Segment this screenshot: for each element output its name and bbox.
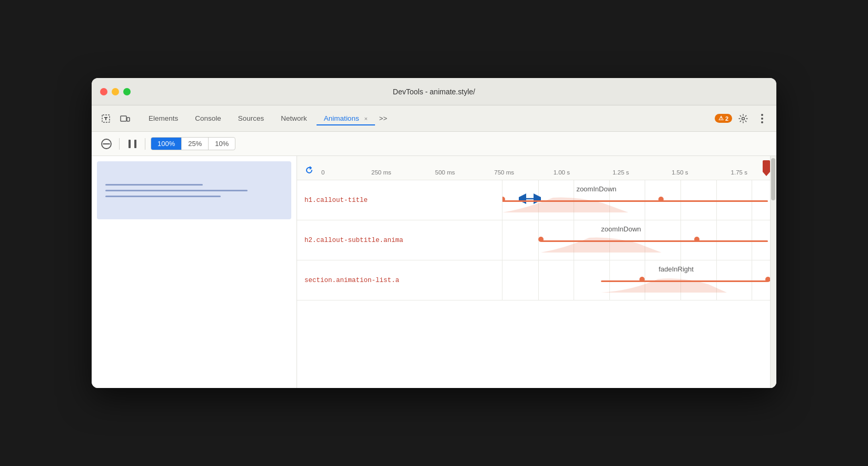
minimize-button[interactable] [112, 88, 119, 95]
tick-500: 500 ms [435, 169, 455, 176]
right-icons: ⚠ 2 [715, 111, 770, 127]
cursor-marker [763, 156, 770, 176]
anim-label-2: h2.callout-subtitle.anima [297, 220, 502, 260]
cursor-icon[interactable] [98, 111, 114, 127]
traffic-lights [100, 88, 131, 95]
speed-selector: 100% 25% 10% [151, 137, 235, 150]
anim-row-3[interactable]: section.animation-list.a [297, 260, 776, 300]
window-title: DevTools - animate.style/ [393, 88, 475, 96]
device-icon[interactable] [117, 111, 133, 127]
animations-toolbar: 100% 25% 10% [92, 132, 776, 156]
tick-0: 0 [321, 169, 324, 176]
anim-dot-start-2 [538, 237, 544, 242]
anim-dot-mid-1 [658, 197, 664, 202]
speed-10-button[interactable]: 10% [209, 138, 235, 150]
main-content: 0 250 ms 500 ms 750 ms 1.00 s 1.25 s 1.5… [92, 156, 776, 388]
svg-rect-2 [127, 118, 130, 121]
warning-icon: ⚠ [718, 115, 724, 122]
replay-button[interactable] [297, 165, 321, 176]
tab-animations-close[interactable]: × [364, 115, 367, 122]
anim-label-1: h1.callout-title [297, 180, 502, 220]
maximize-button[interactable] [123, 88, 131, 95]
preview-content [105, 184, 283, 197]
tab-network[interactable]: Network [273, 111, 314, 125]
tick-1000: 1.00 s [554, 169, 570, 176]
preview-line-1 [105, 184, 203, 186]
curve-2 [541, 236, 662, 253]
toolbar-divider-1 [119, 138, 120, 150]
anim-timeline-3: fadeInRight [502, 260, 776, 300]
tick-250: 250 ms [371, 169, 391, 176]
tick-1250: 1.25 s [613, 169, 629, 176]
anim-dot-mid-2 [694, 237, 699, 242]
anim-row-2[interactable]: h2.callout-subtitle.anima [297, 220, 776, 260]
anim-name-2: zoomInDown [601, 225, 641, 232]
left-panel [92, 156, 297, 388]
titlebar: DevTools - animate.style/ [92, 78, 776, 105]
tabs-overflow: >> [379, 114, 387, 122]
devtools-window: DevTools - animate.style/ Elements Conso… [92, 78, 776, 388]
anim-timeline-1: zoomInDown [502, 180, 776, 220]
svg-point-5 [761, 118, 763, 120]
anim-row-1[interactable]: h1.callout-title [297, 180, 776, 220]
animation-rows: h1.callout-title [297, 180, 776, 300]
ruler-ticks: 0 250 ms 500 ms 750 ms 1.00 s 1.25 s 1.5… [321, 156, 776, 176]
scrollbar-thumb[interactable] [771, 158, 775, 200]
tab-elements[interactable]: Elements [141, 111, 185, 125]
devtools-toolbar-icons [98, 111, 133, 127]
anim-bar-3 [601, 280, 768, 282]
menu-icon[interactable] [754, 111, 770, 127]
svg-point-3 [742, 117, 745, 120]
warning-badge[interactable]: ⚠ 2 [715, 114, 732, 123]
anim-name-1: zoomInDown [576, 185, 616, 192]
timeline-panel: 0 250 ms 500 ms 750 ms 1.00 s 1.25 s 1.5… [297, 156, 776, 388]
scrollbar[interactable] [770, 156, 776, 388]
warning-count: 2 [725, 115, 728, 122]
anim-dot-start-3 [639, 277, 645, 282]
preview-line-2 [105, 190, 248, 191]
close-button[interactable] [100, 88, 107, 95]
preview-line-3 [105, 196, 221, 197]
anim-name-3: fadeInRight [658, 265, 694, 273]
anim-timeline-2: zoomInDown [502, 220, 776, 260]
anim-label-3: section.animation-list.a [297, 260, 502, 300]
anim-bar-1 [502, 200, 768, 202]
toolbar-divider-2 [145, 138, 145, 150]
clear-animations-button[interactable] [99, 137, 114, 151]
tick-1500: 1.50 s [672, 169, 688, 176]
anim-bar-2 [541, 240, 768, 242]
svg-rect-1 [121, 116, 126, 121]
timeline-ruler: 0 250 ms 500 ms 750 ms 1.00 s 1.25 s 1.5… [297, 156, 776, 180]
overflow-icon[interactable]: >> [379, 114, 387, 122]
svg-point-4 [761, 114, 763, 116]
tab-sources[interactable]: Sources [231, 111, 272, 125]
settings-icon[interactable] [735, 111, 751, 127]
tab-console[interactable]: Console [188, 111, 229, 125]
tabbar: Elements Console Sources Network Animati… [92, 105, 776, 132]
pause-animations-button[interactable] [125, 137, 140, 151]
tick-1750: 1.75 s [731, 169, 747, 176]
speed-100-button[interactable]: 100% [151, 138, 182, 150]
curve-1 [502, 196, 628, 212]
svg-point-6 [761, 121, 763, 123]
tab-animations[interactable]: Animations × [317, 111, 375, 125]
speed-25-button[interactable]: 25% [182, 138, 209, 150]
tick-750: 750 ms [494, 169, 514, 176]
curve-3 [601, 276, 727, 293]
animation-preview [97, 161, 291, 219]
